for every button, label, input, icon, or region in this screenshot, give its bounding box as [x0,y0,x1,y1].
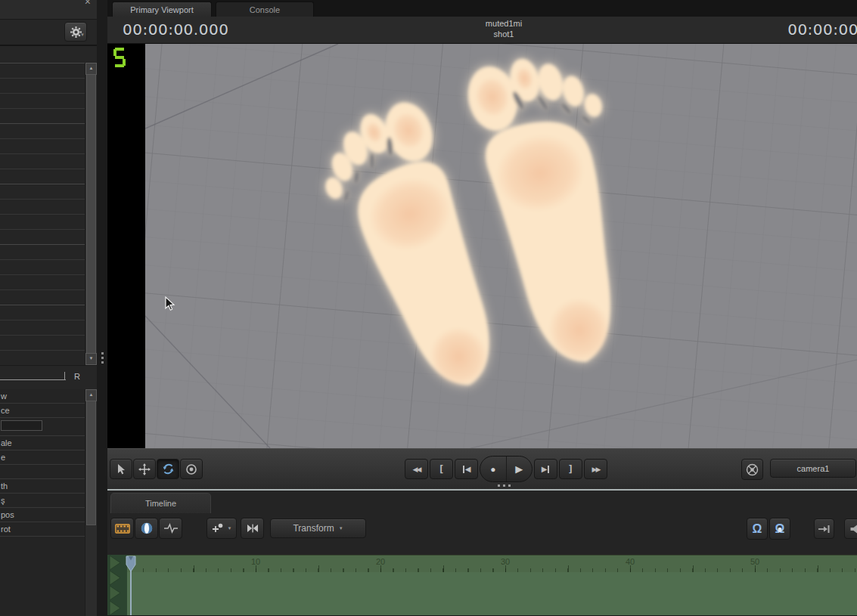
step-back-icon: ◀ [465,465,471,473]
panel-splitter[interactable] [97,0,108,616]
transform-dropdown[interactable]: Transform ▼ [270,518,366,538]
lower-scrollbar[interactable]: ▲ [85,389,97,616]
rewind-button[interactable]: ◀◀ [405,459,428,479]
translate-tool-button[interactable] [133,459,156,479]
list-row[interactable] [0,123,97,138]
list-row[interactable] [0,63,97,78]
splitter-grip-icon [101,352,104,366]
upper-scrollbar[interactable]: ▲ ▼ [85,63,97,365]
lens-sphere-icon [140,522,154,535]
list-row[interactable] [0,199,97,214]
snap-magnet-key-button[interactable]: Ω [769,518,790,540]
step-forward-icon: ▶ [542,465,548,473]
list-rows [0,63,97,365]
loop-start-icon: [ [439,463,445,475]
scrollbar-thumb[interactable] [86,401,96,525]
close-icon[interactable]: × [85,0,91,8]
record-play-group: ● ▶ [480,456,533,482]
list-row[interactable] [0,274,97,289]
layer-mode-button[interactable] [135,518,158,539]
main-area: Primary Viewport Console 00:00:00.000 mu… [107,0,857,616]
magnet-icon: Ω [753,523,762,535]
timeline-pane: Timeline [107,491,857,615]
list-item[interactable]: ş [0,494,97,508]
pane-resize-handle[interactable] [498,484,511,487]
scene-render[interactable] [145,44,857,448]
playhead[interactable] [126,556,136,572]
scroll-up-button[interactable]: ▲ [85,63,97,75]
hourglass-icon [246,522,259,534]
end-bar-icon [548,466,549,473]
go-to-end-button[interactable]: ▶ [534,459,557,479]
scrollbar-thumb[interactable] [86,74,96,354]
fast-forward-button[interactable]: ▶▶ [584,459,607,479]
go-to-next-key-button[interactable] [814,518,834,539]
playhead-line [130,570,132,615]
list-row[interactable] [0,93,97,108]
list-row[interactable] [0,78,97,93]
list-row[interactable] [0,184,97,199]
scroll-up-button[interactable]: ▲ [85,389,97,401]
audio-mute-button[interactable] [844,518,857,539]
list-row[interactable] [0,305,97,320]
sidebar-slider-row: R [0,365,97,390]
list-row[interactable] [0,289,97,305]
list-item[interactable]: e [0,450,97,465]
list-row[interactable] [0,244,97,259]
tab-console[interactable]: Console [216,2,314,17]
list-item[interactable]: rot [0,522,97,537]
timecode-bar: 00:00:00.000 muted1mi shot1 00:00:00 [107,17,857,44]
dopesheet-mode-button[interactable] [110,518,134,539]
camera-select-dropdown[interactable]: camera1 [770,459,856,478]
shot-name: shot1 [486,29,522,39]
loop-end-button[interactable]: ] [559,459,582,479]
gear-button[interactable]: ▼ [64,22,87,42]
add-keyframe-button[interactable]: ▼ [206,518,237,539]
text-field[interactable] [1,420,42,431]
list-item[interactable]: ale [0,436,97,450]
list-row[interactable] [0,335,97,350]
scale-tool-button[interactable] [180,459,203,479]
list-row[interactable] [0,259,97,274]
tab-primary-viewport[interactable]: Primary Viewport [112,2,212,17]
list-item[interactable]: ce [0,404,97,418]
left-sidebar: × ▼ ▲ ▼ [0,0,97,616]
list-item[interactable]: w [0,389,97,404]
list-row[interactable] [0,214,97,229]
start-bar-icon [463,466,464,473]
play-icon: ▶ [515,463,523,475]
ghost-mode-button[interactable] [241,518,264,539]
key-plus-icon [212,523,223,534]
rotate-tool-button[interactable] [157,459,179,479]
timeline-track-area[interactable] [127,572,857,615]
select-tool-button[interactable] [110,459,132,479]
record-button[interactable]: ● [480,457,507,481]
viewport-3d[interactable] [107,44,857,448]
tab-timeline[interactable]: Timeline [110,493,211,513]
list-row[interactable] [0,229,97,244]
timeline-left-strip [107,555,127,615]
list-row[interactable] [0,153,97,169]
list-item[interactable] [0,465,97,479]
go-to-start-button[interactable]: ◀ [455,459,478,479]
slider-label: R [74,372,80,381]
app-window: × ▼ ▲ ▼ [0,0,857,616]
list-item[interactable]: pos [0,508,97,522]
slider-track[interactable] [0,379,66,380]
list-row[interactable] [0,169,97,184]
list-row[interactable] [0,350,97,365]
list-row[interactable] [0,108,97,123]
timeline-ruler[interactable]: 10 20 30 40 50 [127,555,857,573]
move-icon [138,463,151,475]
list-row[interactable] [0,320,97,335]
loop-start-button[interactable]: [ [430,459,453,479]
list-item[interactable]: th [0,479,97,494]
viewport-tabstrip: Primary Viewport Console [107,0,857,17]
snap-magnet-button[interactable]: Ω [747,518,768,540]
play-button[interactable]: ▶ [507,457,533,481]
camera-view-button[interactable] [741,459,763,480]
slider-end-tick [64,372,65,379]
scroll-down-button[interactable]: ▼ [85,353,97,365]
fcurve-mode-button[interactable] [159,518,182,539]
list-row[interactable] [0,138,97,153]
